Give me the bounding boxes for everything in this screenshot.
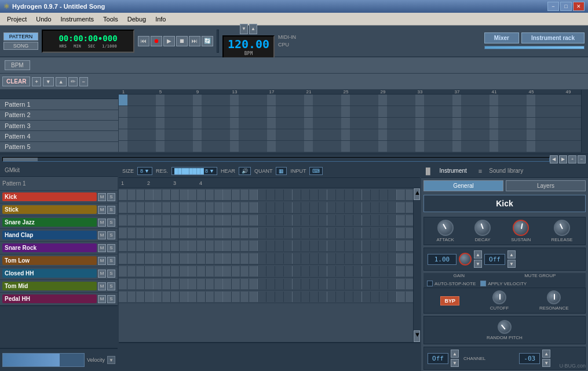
tab-general[interactable]: General [423, 180, 503, 191]
pcell-4-5[interactable] [162, 241, 171, 251]
pcell-8-28[interactable] [362, 292, 371, 302]
pcell-5-22[interactable] [310, 253, 319, 264]
bpm-down-button[interactable]: ▼ [240, 24, 248, 34]
song-cell-p2-43[interactable] [517, 106, 527, 117]
pcell-7-7[interactable] [180, 279, 188, 289]
pcell-5-23[interactable] [319, 253, 327, 264]
res-dropdown-icon[interactable]: ▼ [209, 168, 214, 174]
random-pitch-knob[interactable] [498, 320, 512, 334]
pcell-6-2[interactable] [136, 266, 145, 277]
song-grid-row-4[interactable] [119, 129, 588, 141]
pcell-0-19[interactable] [284, 190, 293, 200]
pcell-4-6[interactable] [171, 241, 180, 251]
solo-stick[interactable]: S [107, 206, 115, 214]
song-cell-p2-13[interactable] [239, 106, 249, 117]
song-cell-p5-36[interactable] [452, 141, 462, 152]
song-cell-p3-5[interactable] [165, 118, 174, 129]
song-cell-p2-25[interactable] [350, 106, 360, 117]
pitch-up-button[interactable]: ▲ [542, 350, 550, 358]
pcell-0-1[interactable] [127, 190, 136, 200]
song-cell-p1-15[interactable] [258, 94, 267, 106]
pcell-6-26[interactable] [345, 266, 353, 277]
pcell-6-8[interactable] [188, 266, 197, 277]
pcell-4-2[interactable] [136, 241, 145, 251]
pcell-2-6[interactable] [171, 215, 180, 225]
pcell-2-11[interactable] [214, 215, 223, 225]
song-cell-p2-29[interactable] [388, 106, 397, 117]
pcell-1-12[interactable] [223, 202, 232, 213]
pcell-7-26[interactable] [345, 279, 353, 289]
pcell-5-0[interactable] [119, 253, 127, 264]
apply-velocity-checkbox[interactable] [480, 281, 486, 286]
pcell-2-8[interactable] [188, 215, 197, 225]
pcell-3-24[interactable] [327, 228, 336, 238]
sustain-knob[interactable] [513, 220, 529, 236]
pcell-8-25[interactable] [336, 292, 345, 302]
pcell-7-12[interactable] [223, 279, 232, 289]
pcell-3-32[interactable] [397, 228, 406, 238]
pcell-0-24[interactable] [327, 190, 336, 200]
pcell-1-5[interactable] [162, 202, 171, 213]
pcell-8-18[interactable] [275, 292, 284, 302]
song-cell-p2-14[interactable] [249, 106, 258, 117]
song-cell-p2-38[interactable] [471, 106, 480, 117]
song-cell-p4-42[interactable] [508, 129, 517, 140]
song-cell-p1-5[interactable] [165, 94, 174, 106]
mute-closed-hh[interactable]: M [98, 270, 106, 278]
pcell-1-28[interactable] [362, 202, 371, 213]
pcell-7-8[interactable] [188, 279, 197, 289]
song-cell-p3-23[interactable] [332, 118, 341, 129]
song-cell-p4-0[interactable] [119, 129, 128, 140]
song-cell-p1-41[interactable] [499, 94, 508, 106]
song-cell-p5-28[interactable] [378, 141, 388, 152]
pcell-6-23[interactable] [319, 266, 327, 277]
pcell-4-23[interactable] [319, 241, 327, 251]
pcell-4-7[interactable] [180, 241, 188, 251]
song-cell-p1-10[interactable] [211, 94, 221, 106]
pcell-1-2[interactable] [136, 202, 145, 213]
song-cell-p4-31[interactable] [406, 129, 415, 140]
pcell-5-25[interactable] [336, 253, 345, 264]
song-cell-p5-9[interactable] [202, 141, 211, 152]
song-cell-p3-27[interactable] [369, 118, 378, 129]
pcell-2-30[interactable] [379, 215, 388, 225]
pcell-4-20[interactable] [293, 241, 301, 251]
song-cell-p1-7[interactable] [184, 94, 193, 106]
pattern-grid[interactable]: ▲ ▼ [119, 188, 420, 342]
scroll-left-button[interactable]: ◀ [550, 155, 558, 163]
pcell-1-31[interactable] [388, 202, 397, 213]
pcell-0-22[interactable] [310, 190, 319, 200]
pcell-1-27[interactable] [353, 202, 362, 213]
mute-kick[interactable]: M [98, 193, 106, 201]
pcell-6-11[interactable] [214, 266, 223, 277]
song-cell-p4-44[interactable] [527, 129, 536, 140]
song-cell-p5-37[interactable] [462, 141, 471, 152]
song-cell-p5-47[interactable] [554, 141, 564, 152]
pcell-1-6[interactable] [171, 202, 180, 213]
pcell-1-11[interactable] [214, 202, 223, 213]
song-cell-p4-25[interactable] [350, 129, 360, 140]
song-cell-p3-13[interactable] [239, 118, 249, 129]
pcell-3-0[interactable] [119, 228, 127, 238]
pcell-0-0[interactable] [119, 190, 127, 200]
song-cell-p1-31[interactable] [406, 94, 415, 106]
song-cell-p3-31[interactable] [406, 118, 415, 129]
song-cell-p5-42[interactable] [508, 141, 517, 152]
song-cell-p3-2[interactable] [137, 118, 147, 129]
song-cell-p1-4[interactable] [156, 94, 165, 106]
gain-down-button[interactable]: ▼ [474, 260, 482, 268]
move-down-button[interactable]: ▼ [43, 77, 54, 86]
pcell-5-5[interactable] [162, 253, 171, 264]
song-cell-p3-6[interactable] [174, 118, 184, 129]
song-cell-p5-7[interactable] [184, 141, 193, 152]
pcell-6-19[interactable] [284, 266, 293, 277]
song-cell-p4-39[interactable] [480, 129, 490, 140]
mixer-button[interactable]: Mixer [484, 32, 519, 43]
song-cell-pad[interactable] [564, 141, 573, 152]
pcell-3-6[interactable] [171, 228, 180, 238]
song-cell-p3-38[interactable] [471, 118, 480, 129]
pcell-5-27[interactable] [353, 253, 362, 264]
pcell-2-7[interactable] [180, 215, 188, 225]
pcell-2-21[interactable] [301, 215, 310, 225]
pcell-1-25[interactable] [336, 202, 345, 213]
